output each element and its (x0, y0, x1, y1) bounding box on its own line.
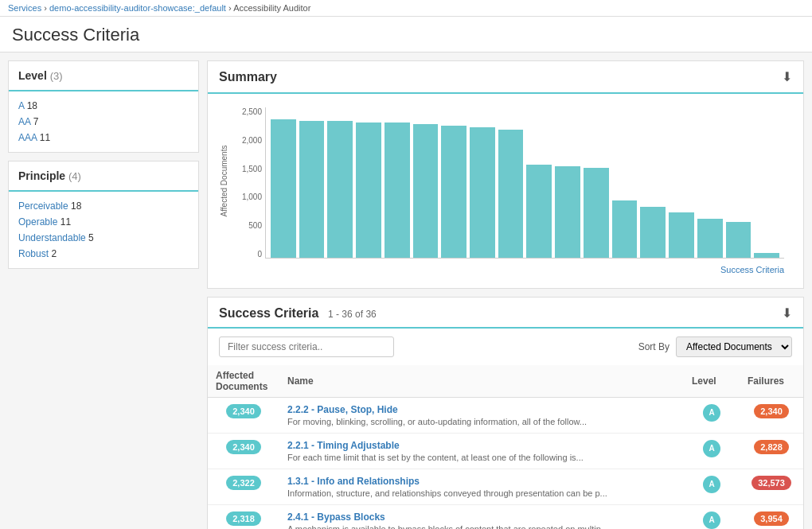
table-row: 2,340 2.2.1 - Timing Adjustable For each… (208, 434, 803, 469)
x-axis-label: Success Criteria (720, 265, 784, 274)
failures-badge-0: 2,340 (754, 404, 789, 418)
chart-bar-3[interactable] (356, 123, 381, 258)
level-badge-3: A (703, 511, 720, 529)
failures-badge-2: 32,573 (751, 476, 791, 490)
criteria-download-icon[interactable]: ⬇ (782, 305, 792, 321)
criteria-tbody: 2,340 2.2.2 - Pause, Stop, Hide For movi… (208, 398, 803, 530)
chart-bar-2[interactable] (327, 121, 353, 258)
principle-title: Principle (18, 169, 65, 182)
affected-badge-1: 2,340 (226, 440, 261, 454)
row-name-2[interactable]: 1.3.1 - Info and Relationships (287, 476, 676, 487)
sort-controls: Sort By Affected Documents Name Level Fa… (638, 336, 792, 357)
level-item-aa[interactable]: AA 7 (18, 114, 189, 130)
level-badge-0: A (703, 404, 720, 422)
level-badge-1: A (703, 440, 720, 457)
cell-affected-2: 2,322 (208, 469, 279, 505)
breadcrumb-services[interactable]: Services (8, 3, 41, 13)
row-desc-2: Information, structure, and relationship… (287, 488, 676, 498)
chart-bar-6[interactable] (441, 126, 467, 258)
affected-badge-2: 2,322 (226, 476, 261, 490)
chart-bar-11[interactable] (584, 168, 609, 258)
summary-card: Summary ⬇ Affected Documents 2,500 2,000… (207, 60, 804, 289)
cell-failures-0: 2,340 (740, 398, 803, 434)
criteria-title: Success Criteria (219, 306, 318, 320)
main-content: Summary ⬇ Affected Documents 2,500 2,000… (207, 60, 804, 529)
principle-items: Perceivable 18Operable 11Understandable … (9, 192, 198, 268)
col-header-level: Level (684, 365, 740, 398)
summary-card-body: Affected Documents 2,500 2,000 1,500 1,0… (208, 94, 803, 288)
affected-badge-3: 2,318 (226, 511, 261, 526)
cell-name-3: 2.4.1 - Bypass Blocks A mechanism is ava… (279, 505, 684, 530)
chart-bar-1[interactable] (299, 121, 325, 258)
breadcrumb: Services › demo-accessibility-auditor-sh… (0, 0, 812, 17)
page-title: Success Criteria (12, 25, 800, 45)
criteria-card: Success Criteria 1 - 36 of 36 ⬇ Sort By … (207, 297, 804, 529)
table-header-row: AffectedDocuments Name Level Failures (208, 365, 803, 398)
level-count: (3) (50, 70, 63, 82)
row-name-3[interactable]: 2.4.1 - Bypass Blocks (287, 511, 676, 523)
level-item-aaa[interactable]: AAA 11 (18, 130, 189, 146)
breadcrumb-auditor: Accessibility Auditor (233, 3, 310, 13)
level-item-a[interactable]: A 18 (18, 98, 189, 114)
criteria-card-title: Success Criteria 1 - 36 of 36 (219, 306, 377, 321)
principle-item-perceivable[interactable]: Perceivable 18 (18, 198, 189, 214)
chart-bar-5[interactable] (413, 124, 439, 258)
chart-bar-17[interactable] (754, 253, 779, 258)
chart-bar-7[interactable] (470, 127, 495, 258)
chart-bar-12[interactable] (612, 200, 638, 258)
chart-bar-13[interactable] (640, 207, 666, 258)
cell-level-1: A (684, 434, 740, 469)
cell-affected-3: 2,318 (208, 505, 279, 530)
page-header: Success Criteria (0, 17, 812, 53)
table-row: 2,318 2.4.1 - Bypass Blocks A mechanism … (208, 505, 803, 530)
failures-badge-3: 3,954 (754, 511, 789, 526)
row-name-0[interactable]: 2.2.2 - Pause, Stop, Hide (287, 404, 676, 415)
col-header-failures: Failures (740, 365, 803, 398)
chart-bar-10[interactable] (555, 166, 580, 258)
table-row: 2,340 2.2.2 - Pause, Stop, Hide For movi… (208, 398, 803, 434)
cell-name-0: 2.2.2 - Pause, Stop, Hide For moving, bl… (279, 398, 684, 434)
cell-affected-1: 2,340 (208, 434, 279, 469)
affected-badge-0: 2,340 (226, 404, 261, 418)
sort-select[interactable]: Affected Documents Name Level Failures (676, 336, 792, 357)
row-name-1[interactable]: 2.2.1 - Timing Adjustable (287, 440, 676, 451)
summary-card-header: Summary ⬇ (208, 61, 803, 94)
principle-item-operable[interactable]: Operable 11 (18, 214, 189, 230)
chart-bar-9[interactable] (526, 165, 552, 258)
chart-bar-15[interactable] (697, 219, 723, 258)
cell-name-1: 2.2.1 - Timing Adjustable For each time … (279, 434, 684, 469)
sort-by-label: Sort By (638, 341, 670, 352)
principle-item-robust[interactable]: Robust 2 (18, 246, 189, 262)
cell-failures-3: 3,954 (740, 505, 803, 530)
level-badge-2: A (703, 476, 720, 493)
chart-bar-0[interactable] (271, 119, 296, 258)
level-items: A 18AA 7AAA 11 (9, 91, 198, 152)
cell-affected-0: 2,340 (208, 398, 279, 434)
chart-bar-8[interactable] (498, 130, 524, 258)
failures-badge-1: 2,828 (754, 440, 789, 454)
sidebar: Level (3) A 18AA 7AAA 11 Principle (4) P… (8, 60, 199, 529)
cell-failures-2: 32,573 (740, 469, 803, 505)
criteria-table: AffectedDocuments Name Level Failures 2,… (208, 365, 803, 529)
col-header-name: Name (279, 365, 684, 398)
y-axis-values: 2,500 2,000 1,500 1,000 500 0 (232, 107, 262, 259)
level-section-header: Level (3) (9, 61, 198, 91)
row-desc-0: For moving, blinking, scrolling, or auto… (287, 417, 676, 426)
level-filter-section: Level (3) A 18AA 7AAA 11 (8, 60, 199, 153)
summary-title: Summary (219, 70, 277, 84)
principle-filter-section: Principle (4) Perceivable 18Operable 11U… (8, 161, 199, 269)
cell-level-0: A (684, 398, 740, 434)
criteria-range: 1 - 36 of 36 (328, 309, 377, 320)
row-desc-1: For each time limit that is set by the c… (287, 453, 676, 462)
breadcrumb-demo[interactable]: demo-accessibility-auditor-showcase:_def… (49, 3, 226, 13)
chart-bar-4[interactable] (385, 123, 410, 258)
principle-section-header: Principle (4) (9, 161, 198, 192)
principle-count: (4) (68, 170, 81, 182)
chart-bar-14[interactable] (669, 212, 694, 258)
summary-download-icon[interactable]: ⬇ (782, 69, 792, 84)
chart-bar-16[interactable] (726, 222, 751, 258)
table-row: 2,322 1.3.1 - Info and Relationships Inf… (208, 469, 803, 505)
y-axis-label: Affected Documents (221, 146, 229, 217)
filter-input[interactable] (219, 336, 394, 357)
principle-item-understandable[interactable]: Understandable 5 (18, 230, 189, 246)
